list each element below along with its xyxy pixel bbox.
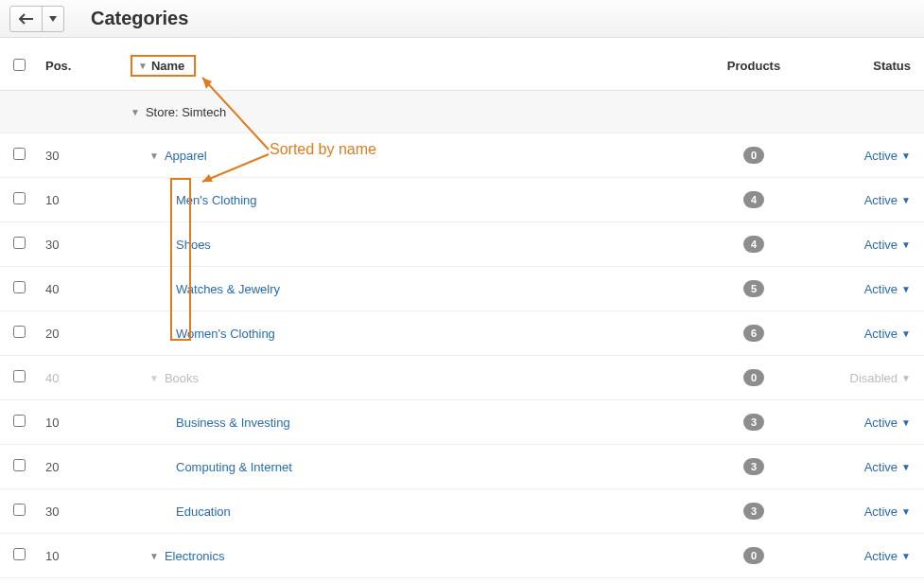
status-label: Active xyxy=(864,238,898,252)
category-link[interactable]: Apparel xyxy=(165,149,207,163)
chevron-down-icon: ▼ xyxy=(901,150,911,161)
table-row: 40▼Books0Disabled▼ xyxy=(0,356,924,400)
chevron-down-icon: ▼ xyxy=(901,284,911,294)
status-dropdown[interactable]: Active▼ xyxy=(864,282,911,296)
row-checkbox[interactable] xyxy=(13,281,26,293)
column-products[interactable]: Products xyxy=(678,38,829,91)
table-header-row: Pos. ▼ Name Products Status xyxy=(0,38,924,91)
status-dropdown[interactable]: Active▼ xyxy=(864,460,911,474)
back-dropdown[interactable] xyxy=(43,7,63,31)
row-pos: 10 xyxy=(38,534,123,578)
category-link[interactable]: Women's Clothing xyxy=(176,327,275,341)
expander-icon[interactable]: ▼ xyxy=(149,150,159,161)
page-title: Categories xyxy=(91,8,188,29)
row-pos: 20 xyxy=(38,311,123,356)
table-row: 30Shoes4Active▼ xyxy=(0,222,924,267)
back-button-group xyxy=(9,6,64,32)
status-label: Active xyxy=(864,504,898,519)
column-name-label: Name xyxy=(151,59,184,73)
table-row: 20Computing & Internet3Active▼ xyxy=(0,445,924,489)
row-pos: 40 xyxy=(38,267,123,311)
chevron-down-icon: ▼ xyxy=(901,417,911,428)
row-checkbox[interactable] xyxy=(13,192,26,204)
column-status[interactable]: Status xyxy=(829,38,924,91)
back-button[interactable] xyxy=(10,7,43,31)
products-count: 3 xyxy=(743,414,764,431)
category-link[interactable]: Men's Clothing xyxy=(176,193,257,207)
category-link[interactable]: Books xyxy=(165,371,199,385)
row-pos: 10 xyxy=(38,178,123,222)
chevron-down-icon: ▼ xyxy=(901,239,911,250)
status-dropdown[interactable]: Active▼ xyxy=(864,549,911,563)
store-group-row: ▼ Store: Simtech xyxy=(0,91,924,133)
table-row: 40Watches & Jewelry5Active▼ xyxy=(0,267,924,311)
select-all-checkbox[interactable] xyxy=(13,59,26,71)
category-link[interactable]: Education xyxy=(176,504,231,519)
expander-icon[interactable]: ▼ xyxy=(149,373,159,383)
status-label: Active xyxy=(864,549,898,563)
column-pos[interactable]: Pos. xyxy=(38,38,123,91)
status-dropdown[interactable]: Active▼ xyxy=(864,504,911,519)
category-link[interactable]: Business & Investing xyxy=(176,416,290,430)
categories-table: Pos. ▼ Name Products Status ▼ Store: Sim… xyxy=(0,38,924,578)
row-checkbox[interactable] xyxy=(13,548,26,560)
chevron-down-icon: ▼ xyxy=(901,551,911,561)
status-dropdown[interactable]: Disabled▼ xyxy=(850,371,912,385)
products-count: 0 xyxy=(743,147,764,164)
row-checkbox[interactable] xyxy=(13,504,26,516)
expander-icon[interactable]: ▼ xyxy=(149,551,159,561)
status-dropdown[interactable]: Active▼ xyxy=(864,193,911,207)
products-count: 3 xyxy=(743,503,764,520)
category-link[interactable]: Electronics xyxy=(165,549,225,563)
status-label: Active xyxy=(864,282,898,296)
row-pos: 30 xyxy=(38,133,123,178)
table-row: 30▼Apparel0Active▼ xyxy=(0,133,924,178)
category-link[interactable]: Computing & Internet xyxy=(176,460,292,474)
topbar: Categories xyxy=(0,0,924,38)
products-count: 4 xyxy=(743,236,764,253)
chevron-down-icon: ▼ xyxy=(901,195,911,205)
sort-desc-icon: ▼ xyxy=(138,61,148,71)
status-label: Active xyxy=(864,327,898,341)
row-checkbox[interactable] xyxy=(13,326,26,338)
column-name-sort[interactable]: ▼ Name xyxy=(131,55,196,77)
status-dropdown[interactable]: Active▼ xyxy=(864,327,911,341)
products-count: 4 xyxy=(743,191,764,208)
row-pos: 30 xyxy=(38,489,123,534)
chevron-down-icon xyxy=(49,16,57,22)
svg-marker-1 xyxy=(49,16,57,22)
store-group-label: Store: Simtech xyxy=(146,105,226,119)
back-arrow-icon xyxy=(19,13,34,25)
row-pos: 20 xyxy=(38,445,123,489)
products-count: 6 xyxy=(743,325,764,342)
category-link[interactable]: Watches & Jewelry xyxy=(176,282,280,296)
row-checkbox[interactable] xyxy=(13,459,26,471)
status-label: Active xyxy=(864,416,898,430)
row-checkbox[interactable] xyxy=(13,415,26,427)
row-pos: 40 xyxy=(38,356,123,400)
row-checkbox[interactable] xyxy=(13,370,26,382)
chevron-down-icon: ▼ xyxy=(901,328,911,339)
status-dropdown[interactable]: Active▼ xyxy=(864,149,911,163)
status-label: Active xyxy=(864,193,898,207)
column-name[interactable]: ▼ Name xyxy=(123,38,678,91)
category-link[interactable]: Shoes xyxy=(176,238,211,252)
status-dropdown[interactable]: Active▼ xyxy=(864,416,911,430)
chevron-down-icon: ▼ xyxy=(901,506,911,517)
row-checkbox[interactable] xyxy=(13,237,26,249)
table-row: 10Men's Clothing4Active▼ xyxy=(0,178,924,222)
products-count: 5 xyxy=(743,280,764,297)
table-row: 20Women's Clothing6Active▼ xyxy=(0,311,924,356)
row-pos: 10 xyxy=(38,400,123,445)
table-row: 10Business & Investing3Active▼ xyxy=(0,400,924,445)
column-checkbox xyxy=(0,38,38,91)
row-pos: 30 xyxy=(38,222,123,267)
row-checkbox[interactable] xyxy=(13,148,26,160)
expander-icon[interactable]: ▼ xyxy=(131,107,140,117)
table-row: 10▼Electronics0Active▼ xyxy=(0,534,924,578)
products-count: 0 xyxy=(743,369,764,386)
status-label: Disabled xyxy=(850,371,898,385)
chevron-down-icon: ▼ xyxy=(901,462,911,472)
products-count: 0 xyxy=(743,547,764,564)
status-dropdown[interactable]: Active▼ xyxy=(864,238,911,252)
